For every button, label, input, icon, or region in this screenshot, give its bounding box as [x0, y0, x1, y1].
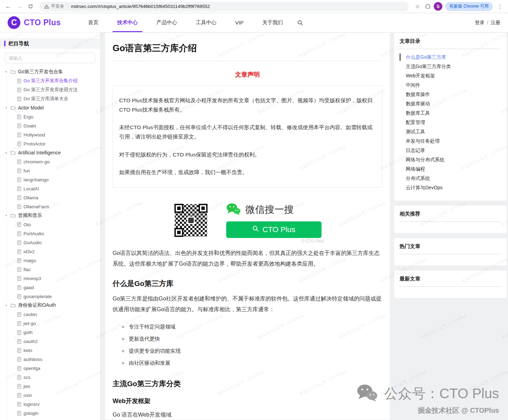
side-boxes: 相关推荐 热门文章 最新文章 — [394, 205, 507, 298]
toc-item[interactable]: 分布式系统 — [400, 174, 501, 183]
tree-item[interactable]: id3v2 — [0, 247, 100, 256]
tree-item[interactable]: gaad — [0, 283, 100, 292]
profile-avatar[interactable]: S — [434, 2, 442, 11]
wechat-search-button[interactable]: CTO Plus — [226, 221, 322, 238]
toc-item[interactable]: Web开发框架 — [400, 71, 501, 80]
tree-item[interactable]: authboss — [0, 355, 100, 364]
nav-item[interactable]: VIP — [226, 13, 253, 32]
tree-item[interactable]: Ollama — [0, 193, 100, 202]
toc-item[interactable]: 什么是Go第三方库 — [400, 52, 501, 62]
tree-item[interactable]: keto — [0, 346, 100, 355]
login-link[interactable]: 登录 — [475, 20, 485, 26]
tree-item[interactable]: goth — [0, 328, 100, 337]
wechat-button-label: CTO Plus — [262, 225, 295, 234]
toc-item[interactable]: 中间件 — [400, 80, 501, 90]
tree-item[interactable]: jwt-go — [0, 319, 100, 328]
tree-item[interactable]: Ergo — [0, 112, 100, 121]
tree-item-label: scs — [23, 375, 30, 380]
tree-item-label: Hollywood — [23, 132, 45, 137]
tree-item[interactable]: loginsrv — [0, 400, 100, 409]
tree-item-label: jwx — [23, 384, 30, 389]
toc-item[interactable]: 云计算与DevOps — [400, 183, 501, 192]
tree-item[interactable]: minimp3 — [0, 274, 100, 283]
tree-item[interactable]: PortAudio — [0, 229, 100, 238]
sidebar-search-input[interactable] — [5, 53, 95, 63]
wechat-search-block: 微信搜一搜 CTO Plus — [226, 203, 322, 238]
chrome-update-button[interactable]: 有新版 Chrome 可用 — [445, 2, 493, 11]
sidebar-search — [5, 53, 95, 63]
tree-item[interactable]: osin — [0, 391, 100, 400]
toc-item[interactable]: 测试工具 — [400, 127, 501, 136]
tree-item[interactable]: Oto — [0, 220, 100, 229]
tree-item[interactable]: Go 第三方开发库合集介绍 — [0, 76, 100, 85]
tree-item[interactable]: fun — [0, 166, 100, 175]
chevron-down-icon[interactable]: ▼ — [4, 70, 8, 74]
tree-item[interactable]: gologin — [0, 409, 100, 418]
toc-item[interactable]: 数据库驱动 — [400, 99, 501, 108]
tree-children: Go 第三方开发库合集介绍 — [0, 76, 100, 103]
nav-item[interactable]: 产品中心 — [147, 13, 186, 32]
tree-item[interactable]: openfga — [0, 364, 100, 373]
toc-item[interactable]: 配置管理 — [400, 118, 501, 127]
site-logo[interactable]: C CTO Plus — [8, 16, 61, 29]
header-search-button[interactable] — [297, 20, 303, 26]
tree-item[interactable]: Goakt — [0, 121, 100, 130]
tree-item[interactable]: GoAudio — [0, 238, 100, 247]
document-icon — [17, 249, 21, 254]
main-nav: 首页 技术中心 产品中心 工具中心 VIP 关于我们 — [79, 13, 292, 32]
extensions-icon[interactable] — [423, 2, 432, 11]
tree-item[interactable]: malgo — [0, 256, 100, 265]
tree-item[interactable]: flac — [0, 265, 100, 274]
tree-item-label: keto — [23, 348, 32, 353]
back-button[interactable]: ← — [3, 2, 13, 11]
security-chip[interactable]: 不安全 — [44, 3, 68, 9]
browser-toolbar: ← → 不安全 mdrsec.com/#/ctoplus_article/957… — [0, 0, 508, 13]
toc-item[interactable]: 数据库工具 — [400, 108, 501, 118]
side-box-title: 最新文章 — [400, 276, 501, 286]
nav-item[interactable]: 首页 — [79, 13, 108, 32]
tree-item[interactable]: Hollywood — [0, 130, 100, 139]
tree-item[interactable]: langchaingo — [0, 175, 100, 184]
bookmark-star-icon[interactable]: ☆ — [413, 2, 422, 11]
nav-item[interactable]: 技术中心 — [108, 13, 147, 32]
browser-menu-icon[interactable]: ⋮ — [496, 2, 505, 11]
tree-item[interactable]: scs — [0, 373, 100, 382]
tree-group-row[interactable]: ▼ Go第三方开发包合集 — [0, 67, 100, 76]
toc-item[interactable]: 并发与任务处理 — [400, 136, 501, 146]
toc-item[interactable]: 网络编程 — [400, 164, 501, 174]
toc-item[interactable]: 日志记录 — [400, 146, 501, 155]
tree-item[interactable]: casbin — [0, 310, 100, 319]
tree-item[interactable]: jwx — [0, 382, 100, 391]
nav-item[interactable]: 工具中心 — [186, 13, 226, 32]
tree-item[interactable]: Go 第三方库清单大全 — [0, 94, 100, 103]
toc-item[interactable]: 数据库操作 — [400, 90, 501, 99]
refresh-button[interactable] — [26, 2, 35, 11]
chevron-down-icon[interactable]: ▼ — [4, 151, 8, 154]
address-bar[interactable]: 不安全 mdrsec.com/#/ctoplus_article/957646b… — [39, 2, 409, 11]
tree-group-row[interactable]: ▼ 音频和音乐 — [0, 211, 100, 220]
folder-icon — [11, 213, 16, 218]
tree-item[interactable]: gorbac — [0, 418, 100, 420]
tree-item[interactable]: chromem-go — [0, 157, 100, 166]
tree-group-row[interactable]: ▼ Actor Model — [0, 103, 100, 112]
tree-group-row[interactable]: ▼ Artificial Intelligence — [0, 148, 100, 157]
tree-item[interactable]: Go 第三方开发库使用方法 — [0, 85, 100, 94]
tree-item[interactable]: LocalAI — [0, 184, 100, 193]
tree-item[interactable]: OllamaFarm — [0, 202, 100, 211]
tree-item[interactable]: gosamplerate — [0, 292, 100, 301]
nav-item[interactable]: 关于我们 — [253, 13, 292, 32]
auth-separator: / — [487, 20, 488, 26]
chevron-down-icon[interactable]: ▼ — [4, 304, 8, 307]
tree-item[interactable]: oauth2 — [0, 337, 100, 346]
document-icon — [17, 79, 21, 83]
forward-button[interactable]: → — [15, 2, 24, 11]
tree-item[interactable]: ProtoActor — [0, 139, 100, 148]
chevron-down-icon[interactable]: ▼ — [4, 214, 8, 217]
register-link[interactable]: 注册 — [491, 20, 500, 26]
chevron-down-icon[interactable]: ▼ — [4, 106, 8, 109]
toc-item[interactable]: 主流Go第三方库分类 — [400, 62, 501, 71]
tree-item-label: osin — [23, 393, 32, 398]
tree-group-row[interactable]: ▼ 身份验证和OAuth — [0, 301, 100, 310]
copyright-notice-box: CTO Plus技术服务栈官方网站及小程序发布的所有文章（包括文字、图片、视频等… — [113, 85, 382, 188]
toc-item[interactable]: 网络与分布式系统 — [400, 155, 501, 164]
